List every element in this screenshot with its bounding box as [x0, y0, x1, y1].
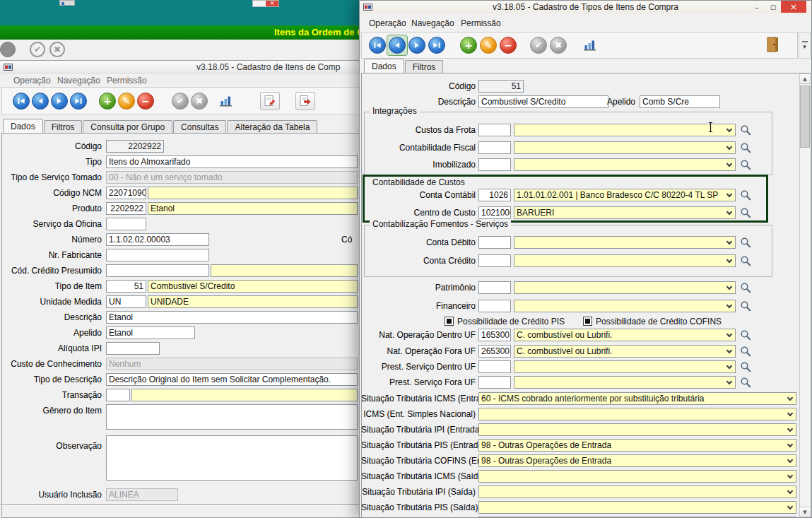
rw-combo-financeiro[interactable]	[514, 300, 736, 312]
search-icon[interactable]	[740, 189, 751, 201]
rw-field-patrimonio-code[interactable]	[478, 281, 511, 294]
checkbox-credito-cofins[interactable]	[583, 317, 592, 326]
export-button[interactable]	[295, 92, 315, 110]
search-icon[interactable]	[740, 282, 751, 293]
rw-field-conta-contabil-code[interactable]: 1026	[478, 189, 511, 201]
rw-combo-prest-fora[interactable]	[514, 376, 736, 389]
search-icon[interactable]	[740, 300, 751, 312]
scroll-up-button[interactable]: ▲	[800, 74, 810, 84]
new-record-button[interactable]	[260, 92, 280, 110]
cancel-button[interactable]: ✖	[191, 93, 208, 110]
rw-field-prest-fora-code[interactable]	[478, 376, 511, 389]
search-icon[interactable]	[740, 329, 751, 341]
tab-consultas[interactable]: Consultas	[173, 120, 226, 134]
tab-filtros[interactable]: Filtros	[405, 60, 444, 73]
menu-permissao[interactable]: Permissão	[459, 18, 503, 29]
rw-combo-custos-frota[interactable]	[514, 124, 736, 136]
nav-last-button[interactable]	[428, 37, 445, 54]
rw-combo-contabilidade-fiscal[interactable]	[514, 141, 736, 154]
rw-field-nat-op-fora-code[interactable]: 265300	[478, 345, 511, 358]
rw-field-imobilizado-code[interactable]	[478, 158, 511, 171]
checkbox-credito-cofins-label[interactable]: Possibilidade de Crédito COFINS	[596, 317, 722, 326]
add-button[interactable]: +	[460, 37, 477, 54]
lw-field-descricao[interactable]: Etanol	[106, 311, 358, 324]
confirm-button[interactable]: ✔	[530, 37, 547, 54]
add-button[interactable]: +	[99, 93, 116, 110]
background-window-titlebar[interactable]: Itens da Ordem de C	[0, 25, 359, 40]
close-button[interactable]: ×	[781, 1, 806, 13]
menu-operacao[interactable]: Operação	[367, 18, 408, 29]
rw-field-conta-debito-code[interactable]	[478, 236, 511, 249]
right-window-titlebar[interactable]: v3.18.05 - Cadastro de Tipos de Itens de…	[360, 1, 811, 13]
cancel-button[interactable]: ✖	[550, 37, 567, 54]
toolbar-overflow-button[interactable]: ▾	[799, 32, 811, 59]
lw-field-cod-credito-presumido-desc[interactable]	[211, 264, 358, 277]
rw-field-codigo[interactable]: 51	[478, 80, 524, 93]
delete-button[interactable]: −	[137, 93, 154, 110]
edit-button[interactable]: ✎	[480, 37, 497, 54]
cancel-button[interactable]: ✖	[49, 42, 65, 57]
tab-filtros[interactable]: Filtros	[44, 120, 83, 134]
lw-field-tipo-descricao[interactable]: Descrição Original do Item sem Solicitar…	[106, 373, 358, 386]
delete-button[interactable]: −	[500, 37, 517, 54]
lw-field-unidade-medida-desc[interactable]: UNIDADE	[148, 295, 358, 308]
menu-operacao[interactable]: Operação	[11, 75, 53, 86]
confirm-button[interactable]: ✔	[172, 93, 189, 110]
rw-combo-sit-icms-entrada[interactable]: 60 - ICMS cobrado anteriormente por subs…	[478, 392, 796, 405]
tab-dados[interactable]: Dados	[3, 119, 43, 134]
rw-combo-centro-custo[interactable]: BARUERI	[514, 206, 736, 219]
rw-combo-sit-pis-entrada[interactable]: 98 - Outras Operações de Entrada	[478, 439, 796, 452]
rw-field-centro-custo-code[interactable]: 1021000	[478, 206, 511, 219]
rw-combo-conta-credito[interactable]	[514, 254, 736, 267]
nav-last-button[interactable]	[70, 93, 87, 110]
nav-next-button[interactable]	[408, 37, 425, 54]
search-icon[interactable]	[740, 255, 751, 266]
tab-dados[interactable]: Dados	[364, 59, 404, 73]
menu-permissao[interactable]: Permissão	[105, 75, 149, 86]
lw-field-unidade-medida[interactable]: UN	[106, 295, 146, 308]
lw-field-codigo-ncm[interactable]: 22071090	[106, 187, 146, 199]
rw-combo-nat-op-fora[interactable]: C. combustível ou Lubrifi.	[514, 345, 736, 358]
lw-field-genero-item[interactable]	[106, 404, 358, 430]
nav-next-button[interactable]	[51, 93, 68, 110]
search-icon[interactable]	[740, 124, 751, 136]
tab-alteracao-da-tabela[interactable]: Alteração da Tabela	[227, 120, 317, 134]
maximize-button[interactable]: ▢	[765, 1, 781, 13]
rw-combo-nat-op-dentro[interactable]: C. combustível ou Lubrifi.	[514, 329, 736, 341]
search-icon[interactable]	[740, 346, 751, 357]
rw-combo-conta-debito[interactable]	[514, 236, 736, 249]
tab-consulta-por-grupo[interactable]: Consulta por Grupo	[83, 120, 172, 134]
rw-field-nat-op-dentro-code[interactable]: 165300	[478, 329, 511, 341]
close-icon[interactable]: ×	[266, 1, 278, 6]
lw-field-observacao[interactable]	[106, 435, 358, 481]
rw-combo-patrimonio[interactable]	[514, 281, 736, 294]
edit-button[interactable]: ✎	[118, 93, 135, 110]
rw-combo-prest-dentro[interactable]	[514, 360, 736, 373]
lw-field-tipo-de-item[interactable]: 51	[106, 280, 146, 293]
search-icon[interactable]	[740, 377, 751, 388]
exit-button[interactable]	[765, 36, 782, 54]
lw-field-numero[interactable]: 1.1.02.02.00003	[106, 233, 209, 246]
lw-field-codigo-ncm-desc[interactable]	[148, 187, 358, 199]
rw-field-financeiro-code[interactable]	[478, 300, 511, 312]
scroll-thumb[interactable]	[800, 86, 810, 148]
rw-field-apelido[interactable]: Comb S/Cre	[640, 95, 720, 108]
search-icon[interactable]	[740, 142, 751, 153]
chart-button[interactable]	[583, 39, 597, 52]
scroll-down-button[interactable]: ▼	[800, 507, 810, 517]
menu-navegacao[interactable]: Navegação	[409, 18, 457, 29]
rw-field-custos-frota-code[interactable]	[478, 124, 511, 136]
lw-field-apelido[interactable]: Etanol	[106, 326, 195, 339]
left-window-titlebar[interactable]: v3.18.05 - Cadastro de Itens de Comp	[0, 61, 359, 73]
confirm-button[interactable]: ✔	[30, 42, 45, 57]
lw-field-produto-desc[interactable]: Etanol	[148, 202, 358, 215]
lw-field-codigo[interactable]: 2202922	[106, 140, 164, 153]
rw-combo-sit-pis-saida[interactable]	[478, 501, 796, 514]
rw-combo-imobilizado[interactable]	[514, 158, 736, 171]
vertical-scrollbar[interactable]: ▲ ▼	[799, 73, 811, 517]
checkbox-credito-pis-label[interactable]: Possibilidade de Crédito PIS	[457, 317, 565, 326]
rw-combo-sit-ipi-saida[interactable]	[478, 485, 796, 498]
lw-field-transacao[interactable]	[106, 389, 130, 401]
rw-field-conta-credito-code[interactable]	[478, 254, 511, 267]
rw-combo-sit-ipi-entrada[interactable]	[478, 423, 796, 436]
